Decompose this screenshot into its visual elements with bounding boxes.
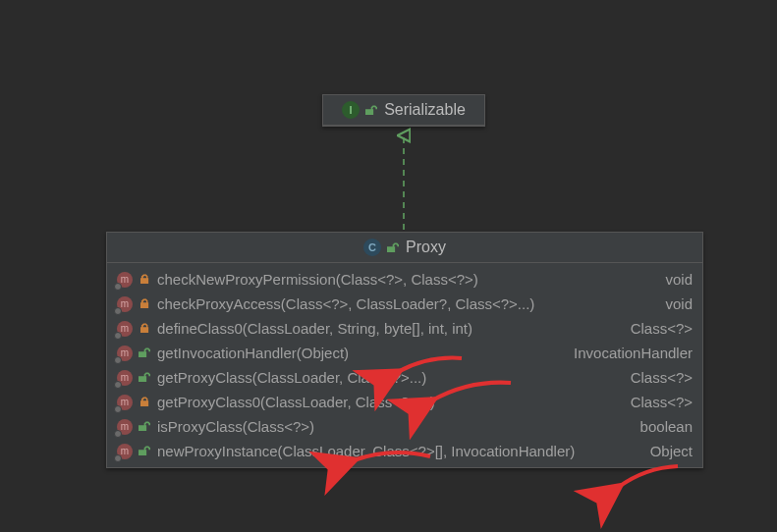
member-return-type: void [665,271,693,288]
node-title: Serializable [384,101,466,119]
member-row[interactable]: m🔒︎checkNewProxyPermission(Class<?>, Cla… [107,267,702,292]
method-icon: m [117,419,133,435]
member-signature: getProxyClass0(ClassLoader, Class<?>...) [157,394,625,410]
lock-open-icon: 🔓︎ [139,444,151,458]
static-indicator-icon [114,454,122,462]
method-icon: m [117,395,133,410]
static-indicator-icon [114,307,122,315]
lock-open-icon: 🔓︎ [139,346,151,360]
member-signature: isProxyClass(Class<?>) [157,418,635,435]
method-icon: m [117,296,133,312]
member-row[interactable]: m🔒︎defineClass0(ClassLoader, String, byt… [107,316,702,341]
node-header[interactable]: C 🔓︎ Proxy [107,233,702,263]
lock-closed-icon: 🔒︎ [139,395,151,409]
member-row[interactable]: m🔒︎checkProxyAccess(Class<?>, ClassLoade… [107,292,702,316]
static-indicator-icon [114,381,122,389]
method-icon: m [117,321,133,337]
uml-node-proxy[interactable]: C 🔓︎ Proxy m🔒︎checkNewProxyPermission(Cl… [106,232,703,468]
implements-edge [397,126,411,234]
static-indicator-icon [114,405,122,413]
class-icon: C [363,239,381,256]
member-signature: checkProxyAccess(Class<?>, ClassLoader?,… [157,295,659,312]
static-indicator-icon [114,430,122,438]
static-indicator-icon [114,283,122,291]
method-icon: m [117,444,133,459]
member-signature: checkNewProxyPermission(Class<?>, Class<… [157,271,659,288]
method-icon: m [117,346,133,361]
lock-open-icon: 🔓︎ [139,370,151,385]
lock-closed-icon: 🔒︎ [139,296,151,311]
static-indicator-icon [114,356,122,364]
member-return-type: boolean [640,418,693,435]
lock-open-icon: 🔓︎ [387,240,400,255]
member-signature: newProxyInstance(ClassLoader, Class<?>[]… [157,443,644,459]
static-indicator-icon [114,332,122,340]
lock-open-icon: 🔓︎ [365,103,378,118]
member-return-type: InvocationHandler [574,345,693,361]
member-row[interactable]: m🔓︎getInvocationHandler(Object)Invocatio… [107,341,702,365]
node-header[interactable]: I 🔓︎ Serializable [323,95,484,126]
lock-closed-icon: 🔒︎ [139,321,151,336]
member-signature: defineClass0(ClassLoader, String, byte[]… [157,320,625,337]
method-icon: m [117,370,133,386]
member-list: m🔒︎checkNewProxyPermission(Class<?>, Cla… [107,263,702,467]
member-return-type: Class<?> [631,320,693,337]
member-row[interactable]: m🔓︎newProxyInstance(ClassLoader, Class<?… [107,439,702,463]
member-row[interactable]: m🔓︎isProxyClass(Class<?>)boolean [107,414,702,439]
member-return-type: void [665,295,693,312]
node-title: Proxy [406,239,446,256]
interface-icon: I [342,101,360,119]
annotation-arrow-icon [619,466,678,487]
member-return-type: Class<?> [631,369,693,386]
uml-node-serializable[interactable]: I 🔓︎ Serializable [322,94,485,127]
lock-closed-icon: 🔒︎ [139,272,151,287]
member-return-type: Object [650,443,693,459]
method-icon: m [117,272,133,288]
lock-open-icon: 🔓︎ [139,419,151,434]
member-signature: getInvocationHandler(Object) [157,345,568,361]
member-return-type: Class<?> [631,394,693,410]
member-row[interactable]: m🔒︎getProxyClass0(ClassLoader, Class<?>.… [107,390,702,414]
member-signature: getProxyClass(ClassLoader, Class<?>...) [157,369,625,386]
member-row[interactable]: m🔓︎getProxyClass(ClassLoader, Class<?>..… [107,365,702,390]
